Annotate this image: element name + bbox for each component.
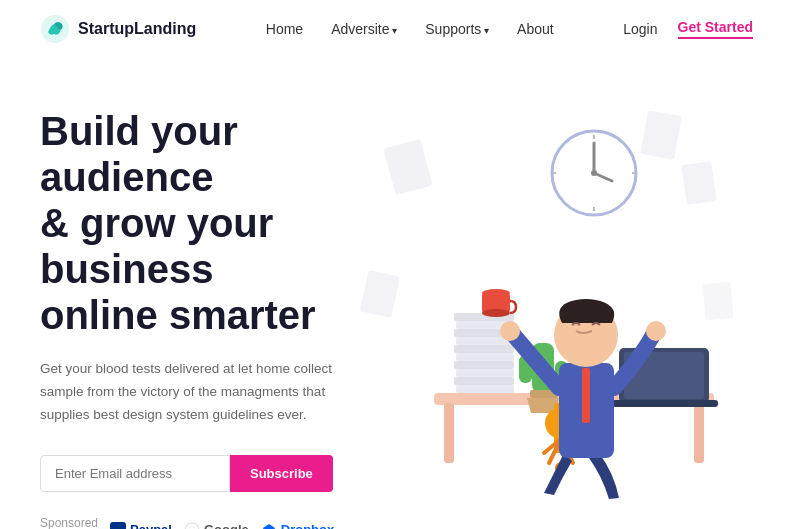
- hero-section: Build your audience & grow your business…: [0, 58, 793, 528]
- svg-point-53: [500, 321, 520, 341]
- hero-description: Get your blood tests delivered at let ho…: [40, 358, 334, 427]
- svg-rect-32: [454, 377, 514, 385]
- email-input[interactable]: [40, 455, 230, 492]
- svg-rect-10: [682, 161, 717, 205]
- svg-rect-31: [456, 369, 514, 377]
- heading-line3: online smarter: [40, 293, 316, 337]
- logo[interactable]: StartupLanding: [40, 14, 196, 44]
- nav-item-home[interactable]: Home: [266, 20, 303, 38]
- svg-rect-52: [582, 368, 590, 423]
- logo-text: StartupLanding: [78, 20, 196, 38]
- navbar: StartupLanding Home Adversite Supports A…: [0, 0, 793, 58]
- nav-item-about[interactable]: About: [517, 20, 554, 38]
- google-logo: G Google: [184, 522, 249, 529]
- nav-item-supports[interactable]: Supports: [425, 20, 489, 38]
- hero-left: Build your audience & grow your business…: [40, 78, 334, 528]
- svg-point-35: [482, 289, 510, 297]
- svg-rect-22: [444, 403, 454, 463]
- get-started-button[interactable]: Get Started: [678, 19, 753, 39]
- svg-rect-50: [612, 400, 718, 407]
- paypal-icon: P: [110, 522, 126, 529]
- nav-link-about[interactable]: About: [517, 21, 554, 37]
- heading-line2: & grow your business: [40, 201, 273, 291]
- login-button[interactable]: Login: [623, 21, 657, 37]
- svg-rect-33: [456, 385, 514, 393]
- nav-links: Home Adversite Supports About: [266, 20, 554, 38]
- nav-right: Login Get Started: [623, 19, 753, 39]
- google-icon: G: [184, 522, 200, 529]
- heading-line1: Build your audience: [40, 109, 238, 199]
- nav-link-supports[interactable]: Supports: [425, 21, 489, 37]
- paypal-logo: P Paypal: [110, 522, 172, 529]
- svg-rect-28: [454, 345, 514, 353]
- logo-icon: [40, 14, 70, 44]
- svg-rect-9: [641, 110, 682, 159]
- svg-point-36: [482, 309, 510, 317]
- email-form: Subscribe: [40, 455, 334, 492]
- svg-marker-5: [263, 524, 275, 529]
- svg-rect-30: [454, 361, 514, 369]
- nav-link-adversite[interactable]: Adversite: [331, 21, 397, 37]
- dropbox-icon: [261, 522, 277, 529]
- hero-heading: Build your audience & grow your business…: [40, 108, 334, 338]
- subscribe-button[interactable]: Subscribe: [230, 455, 333, 492]
- nav-item-adversite[interactable]: Adversite: [331, 20, 397, 38]
- dropbox-logo: Dropbox: [261, 522, 334, 529]
- svg-rect-23: [694, 403, 704, 463]
- svg-point-54: [646, 321, 666, 341]
- svg-rect-12: [703, 282, 734, 320]
- svg-rect-8: [384, 139, 433, 195]
- sponsored-section: Sponsored by: P Paypal G Google: [40, 516, 334, 529]
- svg-rect-29: [456, 353, 514, 361]
- hero-illustration: [334, 83, 754, 523]
- hero-right: [334, 78, 754, 528]
- nav-link-home[interactable]: Home: [266, 21, 303, 37]
- svg-rect-11: [360, 270, 400, 318]
- sponsored-label: Sponsored by:: [40, 516, 98, 529]
